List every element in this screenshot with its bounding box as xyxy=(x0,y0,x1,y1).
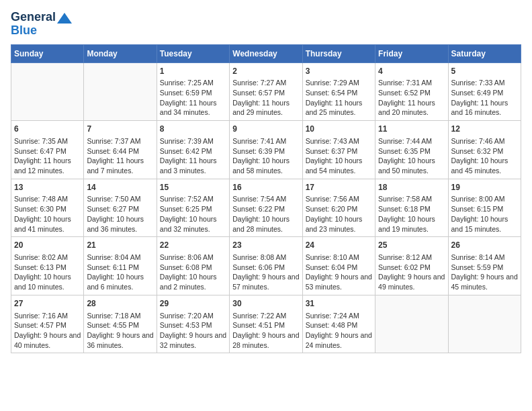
day-detail: Sunrise: 7:44 AMSunset: 6:35 PMDaylight:… xyxy=(378,136,445,176)
calendar-week-row: 6Sunrise: 7:35 AMSunset: 6:47 PMDaylight… xyxy=(11,121,521,179)
day-detail: Sunrise: 8:02 AMSunset: 6:13 PMDaylight:… xyxy=(14,253,81,292)
day-detail: Sunrise: 8:10 AMSunset: 6:04 PMDaylight:… xyxy=(306,253,372,292)
calendar-week-row: 27Sunrise: 7:16 AMSunset: 4:57 PMDayligh… xyxy=(11,295,521,353)
calendar-cell: 22Sunrise: 8:06 AMSunset: 6:08 PMDayligh… xyxy=(157,237,229,295)
logo-icon xyxy=(57,13,72,24)
day-detail: Sunrise: 7:22 AMSunset: 4:51 PMDaylight:… xyxy=(232,311,299,351)
day-detail: Sunrise: 8:14 AMSunset: 5:59 PMDaylight:… xyxy=(451,253,518,292)
day-number: 19 xyxy=(451,182,518,193)
day-number: 15 xyxy=(160,182,226,193)
day-detail: Sunrise: 7:52 AMSunset: 6:25 PMDaylight:… xyxy=(160,194,226,234)
calendar-cell: 9Sunrise: 7:41 AMSunset: 6:39 PMDaylight… xyxy=(230,121,302,179)
calendar-cell: 16Sunrise: 7:54 AMSunset: 6:22 PMDayligh… xyxy=(230,179,302,237)
calendar-cell: 21Sunrise: 8:04 AMSunset: 6:11 PMDayligh… xyxy=(84,237,157,295)
calendar-cell: 29Sunrise: 7:20 AMSunset: 4:53 PMDayligh… xyxy=(157,295,229,353)
day-number: 28 xyxy=(87,298,153,310)
calendar-cell: 7Sunrise: 7:37 AMSunset: 6:44 PMDaylight… xyxy=(84,121,157,179)
day-detail: Sunrise: 7:33 AMSunset: 6:49 PMDaylight:… xyxy=(451,78,518,118)
day-detail: Sunrise: 7:50 AMSunset: 6:27 PMDaylight:… xyxy=(87,194,153,234)
calendar-cell: 20Sunrise: 8:02 AMSunset: 6:13 PMDayligh… xyxy=(11,237,84,295)
day-detail: Sunrise: 7:25 AMSunset: 6:59 PMDaylight:… xyxy=(160,78,226,118)
day-detail: Sunrise: 7:56 AMSunset: 6:20 PMDaylight:… xyxy=(306,194,372,234)
calendar-cell: 15Sunrise: 7:52 AMSunset: 6:25 PMDayligh… xyxy=(157,179,229,237)
day-detail: Sunrise: 7:27 AMSunset: 6:57 PMDaylight:… xyxy=(232,78,299,118)
day-number: 21 xyxy=(87,240,153,251)
calendar-header-row: SundayMondayTuesdayWednesdayThursdayFrid… xyxy=(11,44,521,62)
day-number: 31 xyxy=(306,298,372,310)
day-detail: Sunrise: 8:04 AMSunset: 6:11 PMDaylight:… xyxy=(87,253,153,292)
logo-general: General xyxy=(11,11,56,24)
calendar-cell: 18Sunrise: 7:58 AMSunset: 6:18 PMDayligh… xyxy=(375,179,448,237)
day-of-week-header: Thursday xyxy=(302,44,375,62)
calendar-cell: 4Sunrise: 7:31 AMSunset: 6:52 PMDaylight… xyxy=(375,62,448,121)
day-of-week-header: Saturday xyxy=(448,44,521,62)
calendar-week-row: 1Sunrise: 7:25 AMSunset: 6:59 PMDaylight… xyxy=(11,62,521,121)
day-number: 14 xyxy=(87,182,153,193)
day-detail: Sunrise: 7:35 AMSunset: 6:47 PMDaylight:… xyxy=(14,136,81,176)
calendar-cell: 27Sunrise: 7:16 AMSunset: 4:57 PMDayligh… xyxy=(11,295,84,353)
day-detail: Sunrise: 8:08 AMSunset: 6:06 PMDaylight:… xyxy=(232,253,299,292)
day-detail: Sunrise: 7:43 AMSunset: 6:37 PMDaylight:… xyxy=(306,136,372,176)
calendar-cell: 24Sunrise: 8:10 AMSunset: 6:04 PMDayligh… xyxy=(302,237,375,295)
day-detail: Sunrise: 7:31 AMSunset: 6:52 PMDaylight:… xyxy=(378,78,445,118)
calendar-cell: 1Sunrise: 7:25 AMSunset: 6:59 PMDaylight… xyxy=(157,62,229,121)
day-of-week-header: Tuesday xyxy=(157,44,229,62)
day-detail: Sunrise: 7:20 AMSunset: 4:53 PMDaylight:… xyxy=(160,311,226,351)
day-number: 23 xyxy=(232,240,299,251)
calendar-cell: 8Sunrise: 7:39 AMSunset: 6:42 PMDaylight… xyxy=(157,121,229,179)
day-detail: Sunrise: 7:48 AMSunset: 6:30 PMDaylight:… xyxy=(14,194,81,234)
logo-blue: Blue xyxy=(11,24,37,38)
calendar-cell: 23Sunrise: 8:08 AMSunset: 6:06 PMDayligh… xyxy=(230,237,302,295)
day-number: 17 xyxy=(306,182,372,193)
calendar-cell: 11Sunrise: 7:44 AMSunset: 6:35 PMDayligh… xyxy=(375,121,448,179)
calendar-cell: 14Sunrise: 7:50 AMSunset: 6:27 PMDayligh… xyxy=(84,179,157,237)
day-number: 30 xyxy=(232,298,299,310)
day-number: 16 xyxy=(232,182,299,193)
day-number: 24 xyxy=(306,240,372,251)
calendar-cell: 13Sunrise: 7:48 AMSunset: 6:30 PMDayligh… xyxy=(11,179,84,237)
day-detail: Sunrise: 7:54 AMSunset: 6:22 PMDaylight:… xyxy=(232,194,299,234)
day-number: 20 xyxy=(14,240,81,251)
day-of-week-header: Monday xyxy=(84,44,157,62)
day-number: 6 xyxy=(14,124,81,135)
calendar-cell xyxy=(11,62,84,121)
day-detail: Sunrise: 7:16 AMSunset: 4:57 PMDaylight:… xyxy=(14,311,81,351)
calendar-cell: 5Sunrise: 7:33 AMSunset: 6:49 PMDaylight… xyxy=(448,62,521,121)
day-detail: Sunrise: 7:58 AMSunset: 6:18 PMDaylight:… xyxy=(378,194,445,234)
day-detail: Sunrise: 7:39 AMSunset: 6:42 PMDaylight:… xyxy=(160,136,226,176)
svg-marker-0 xyxy=(57,13,72,24)
day-number: 8 xyxy=(160,124,226,135)
day-of-week-header: Friday xyxy=(375,44,448,62)
page-header: General Blue xyxy=(11,11,521,38)
calendar-cell xyxy=(448,295,521,353)
day-detail: Sunrise: 7:46 AMSunset: 6:32 PMDaylight:… xyxy=(451,136,518,176)
day-number: 12 xyxy=(451,124,518,135)
day-number: 5 xyxy=(451,66,518,77)
calendar-week-row: 13Sunrise: 7:48 AMSunset: 6:30 PMDayligh… xyxy=(11,179,521,237)
calendar-cell: 3Sunrise: 7:29 AMSunset: 6:54 PMDaylight… xyxy=(302,62,375,121)
day-number: 9 xyxy=(232,124,299,135)
calendar-cell: 10Sunrise: 7:43 AMSunset: 6:37 PMDayligh… xyxy=(302,121,375,179)
calendar-table: SundayMondayTuesdayWednesdayThursdayFrid… xyxy=(11,44,521,354)
day-number: 27 xyxy=(14,298,81,310)
day-number: 22 xyxy=(160,240,226,251)
day-detail: Sunrise: 8:00 AMSunset: 6:15 PMDaylight:… xyxy=(451,194,518,234)
calendar-cell: 26Sunrise: 8:14 AMSunset: 5:59 PMDayligh… xyxy=(448,237,521,295)
day-number: 26 xyxy=(451,240,518,251)
day-detail: Sunrise: 7:37 AMSunset: 6:44 PMDaylight:… xyxy=(87,136,153,176)
day-detail: Sunrise: 7:29 AMSunset: 6:54 PMDaylight:… xyxy=(306,78,372,118)
day-detail: Sunrise: 8:12 AMSunset: 6:02 PMDaylight:… xyxy=(378,253,445,292)
day-detail: Sunrise: 7:24 AMSunset: 4:48 PMDaylight:… xyxy=(306,311,372,351)
logo: General Blue xyxy=(11,11,72,38)
day-number: 18 xyxy=(378,182,445,193)
day-number: 1 xyxy=(160,66,226,77)
day-number: 13 xyxy=(14,182,81,193)
calendar-cell xyxy=(84,62,157,121)
day-detail: Sunrise: 7:41 AMSunset: 6:39 PMDaylight:… xyxy=(232,136,299,176)
day-number: 10 xyxy=(306,124,372,135)
calendar-cell: 17Sunrise: 7:56 AMSunset: 6:20 PMDayligh… xyxy=(302,179,375,237)
day-number: 3 xyxy=(306,66,372,77)
day-detail: Sunrise: 8:06 AMSunset: 6:08 PMDaylight:… xyxy=(160,253,226,292)
calendar-cell: 30Sunrise: 7:22 AMSunset: 4:51 PMDayligh… xyxy=(230,295,302,353)
day-number: 11 xyxy=(378,124,445,135)
